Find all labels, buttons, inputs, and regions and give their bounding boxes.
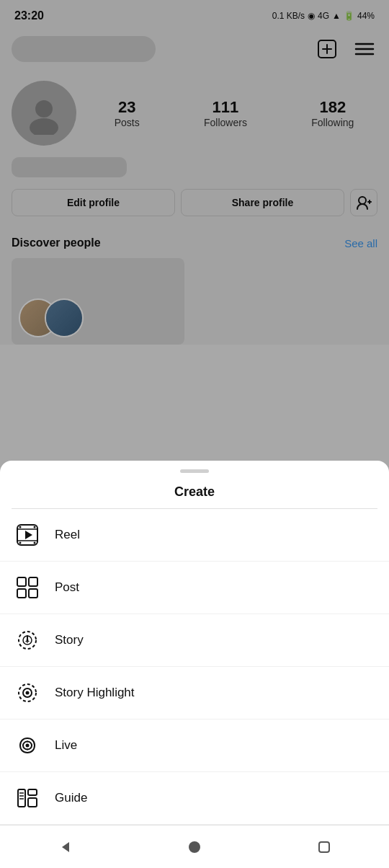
square-icon [318, 841, 331, 854]
svg-point-31 [26, 744, 30, 748]
create-guide-item[interactable]: Guide [0, 772, 389, 825]
create-story-item[interactable]: + Story [0, 614, 389, 667]
post-label: Post [55, 580, 79, 595]
back-button[interactable] [43, 833, 86, 862]
svg-rect-21 [17, 589, 26, 598]
home-button[interactable] [173, 833, 216, 862]
svg-rect-34 [28, 798, 37, 807]
create-live-item[interactable]: Live [0, 719, 389, 772]
bottom-sheet: Create Reel Post [0, 461, 389, 868]
create-story-highlight-item[interactable]: Story Highlight [0, 667, 389, 719]
sheet-handle [180, 469, 209, 473]
svg-rect-33 [28, 789, 37, 795]
guide-icon [14, 785, 40, 811]
story-highlight-icon [14, 680, 40, 706]
live-label: Live [55, 738, 77, 753]
svg-rect-19 [17, 577, 26, 586]
svg-rect-20 [29, 577, 37, 586]
svg-rect-32 [18, 789, 25, 807]
svg-point-30 [26, 691, 30, 695]
svg-point-39 [189, 841, 200, 853]
sheet-title: Create [0, 479, 389, 508]
svg-point-18 [34, 542, 36, 544]
create-post-item[interactable]: Post [0, 562, 389, 614]
reel-label: Reel [55, 528, 80, 542]
create-reel-item[interactable]: Reel [0, 509, 389, 562]
svg-point-17 [19, 542, 22, 544]
reel-icon [14, 522, 40, 548]
story-label: Story [55, 633, 84, 647]
svg-rect-40 [319, 842, 329, 852]
back-icon [58, 840, 72, 854]
guide-label: Guide [55, 791, 87, 805]
recent-apps-button[interactable] [303, 833, 346, 862]
svg-rect-22 [29, 589, 37, 598]
svg-marker-12 [25, 531, 32, 539]
story-highlight-label: Story Highlight [55, 686, 135, 700]
svg-marker-38 [62, 842, 69, 852]
live-icon [14, 732, 40, 758]
story-icon: + [14, 627, 40, 653]
post-icon [14, 575, 40, 601]
home-icon [187, 840, 202, 854]
svg-point-15 [19, 526, 22, 528]
nav-bar [0, 825, 389, 868]
svg-point-16 [34, 526, 36, 528]
svg-text:+: + [25, 637, 30, 645]
